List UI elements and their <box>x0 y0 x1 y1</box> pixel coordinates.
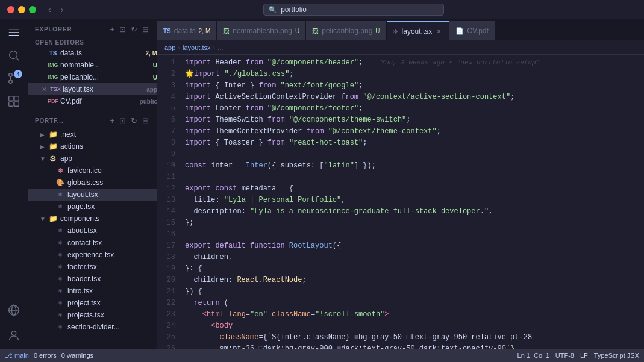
tree-section-divider[interactable]: ⚛ section-divider... <box>28 321 157 333</box>
tab-cv[interactable]: 📄 CV.pdf <box>449 21 495 40</box>
tree-components[interactable]: ▼ 📁 components <box>28 213 157 225</box>
file-name: nommable... <box>60 61 151 69</box>
breadcrumb-ellipsis: ... <box>217 44 223 51</box>
folder-icon: 📁 <box>48 142 58 151</box>
close-button[interactable] <box>7 6 14 13</box>
forward-button[interactable]: › <box>58 4 66 16</box>
tree-contact[interactable]: ⚛ contact.tsx <box>28 237 157 249</box>
tab-filename: data.ts <box>174 27 196 35</box>
activity-remote[interactable] <box>3 299 25 321</box>
blame-inline: You, 3 weeks ago • "new portfolio setup" <box>381 57 540 69</box>
tab-filename: pelicanblog.png <box>322 27 372 35</box>
tab-data-ts[interactable]: TS data.ts 2, M <box>157 21 217 40</box>
file-name: CV.pdf <box>60 97 137 105</box>
encoding[interactable]: UTF-8 <box>555 352 574 359</box>
tsx-icon8: ⚛ <box>55 274 65 284</box>
tree-header[interactable]: ⚛ header.tsx <box>28 273 157 285</box>
ico-icon: ❄ <box>55 166 65 175</box>
file-name: layout.tsx <box>63 85 144 93</box>
tsx-icon5: ⚛ <box>55 238 65 248</box>
warnings[interactable]: 0 warnings <box>61 352 93 359</box>
new-folder-button[interactable]: ⊡ <box>118 24 127 34</box>
refresh-btn2[interactable]: ↻ <box>130 116 139 126</box>
tsx-icon10: ⚛ <box>55 298 65 308</box>
tab-layout[interactable]: ⚛ layout.tsx ✕ <box>387 21 450 40</box>
tab-close-button[interactable]: ✕ <box>435 27 443 36</box>
tree-next[interactable]: ▶ 📁 .next <box>28 128 157 140</box>
search-bar[interactable]: 🔍 <box>263 4 444 16</box>
code-line: return ( <box>185 298 644 309</box>
tab-pelican[interactable]: 🖼 pelicanblog.png U <box>306 21 386 40</box>
errors[interactable]: 0 errors <box>34 352 57 359</box>
language-mode[interactable]: TypeScript JSX <box>594 352 639 359</box>
sidebar: Explorer + ⊡ ↻ ⊟ Open Editors TS data.ts… <box>28 19 157 349</box>
file-name: experience.tsx <box>67 251 157 259</box>
folder-icon2: 📁 <box>48 214 58 223</box>
tree-page[interactable]: ⚛ page.tsx <box>28 201 157 213</box>
tree-globals[interactable]: 🎨 globals.css <box>28 176 157 189</box>
collapse-button[interactable]: ⊟ <box>141 24 150 34</box>
minimize-button[interactable] <box>18 6 25 13</box>
git-branch[interactable]: ⎇ main <box>5 352 29 360</box>
tab-ext: 🖼 <box>223 27 230 34</box>
open-editor-data-ts[interactable]: TS data.ts 2, M <box>28 47 157 59</box>
code-line: sm:pt-36 □dark:bg-gray-900 ■dark:text-gr… <box>185 343 644 349</box>
breadcrumb: app › layout.tsx › ... <box>157 40 644 55</box>
title-bar: ‹ › 🔍 <box>0 0 644 19</box>
open-editors-label: Open Editors <box>28 37 157 47</box>
code-line <box>185 229 644 240</box>
close-editor-button[interactable]: ✕ <box>40 85 48 93</box>
svg-point-0 <box>10 51 17 59</box>
cursor-position[interactable]: Ln 1, Col 1 <box>517 352 549 359</box>
code-line: export const metadata = { <box>185 183 644 195</box>
tree-projects[interactable]: ⚛ projects.tsx <box>28 309 157 321</box>
portfolio-label: PORTF... <box>35 117 64 124</box>
tree-actions[interactable]: ▶ 📁 actions <box>28 140 157 152</box>
open-editor-layout[interactable]: ✕ TSX layout.tsx app <box>28 83 157 95</box>
tsx-icon4: ⚛ <box>55 226 65 236</box>
new-folder-btn2[interactable]: ⊡ <box>118 116 127 126</box>
maximize-button[interactable] <box>29 6 36 13</box>
search-input[interactable] <box>281 5 401 14</box>
activity-search[interactable] <box>3 45 25 66</box>
status-left: ⎇ main 0 errors 0 warnings <box>5 352 93 360</box>
activity-explorer[interactable] <box>3 22 25 43</box>
file-badge: U <box>153 74 157 81</box>
file-name: projects.tsx <box>67 311 157 319</box>
tab-ext: ⚛ <box>393 28 399 36</box>
new-file-btn2[interactable]: + <box>108 116 116 126</box>
tree-app[interactable]: ▼ ⚙ app <box>28 152 157 164</box>
tab-filename: CV.pdf <box>467 27 489 35</box>
tree-about[interactable]: ⚛ about.tsx <box>28 225 157 237</box>
line-numbers: 123456 789101112 131415161718 1920212223… <box>157 55 180 349</box>
open-editor-nommable[interactable]: IMG nommable... U <box>28 59 157 71</box>
back-button[interactable]: ‹ <box>46 4 54 16</box>
code-content[interactable]: import Header from "@/components/header"… <box>180 55 644 349</box>
code-editor[interactable]: 123456 789101112 131415161718 1920212223… <box>157 55 644 349</box>
code-line: const inter = Inter({ subsets: ["latin"]… <box>185 160 644 172</box>
tree-layout[interactable]: ⚛ layout.tsx <box>28 189 157 201</box>
sidebar-title: Explorer <box>35 26 72 33</box>
open-editor-cv[interactable]: PDF CV.pdf public <box>28 95 157 107</box>
activity-source-control[interactable]: 4 <box>3 67 25 89</box>
tab-nommable[interactable]: 🖼 nommableshp.png U <box>217 21 306 40</box>
tree-footer[interactable]: ⚛ footer.tsx <box>28 261 157 273</box>
tree-favicon[interactable]: ❄ favicon.ico <box>28 164 157 176</box>
breadcrumb-app[interactable]: app <box>164 44 175 51</box>
editor-area: TS data.ts 2, M 🖼 nommableshp.png U 🖼 pe… <box>157 19 644 349</box>
line-ending[interactable]: LF <box>580 352 588 359</box>
new-file-button[interactable]: + <box>108 24 116 34</box>
collapse-btn2[interactable]: ⊟ <box>141 116 150 126</box>
tree-project[interactable]: ⚛ project.tsx <box>28 297 157 309</box>
file-name: globals.css <box>67 178 157 187</box>
activity-extensions[interactable] <box>3 90 25 112</box>
activity-account[interactable] <box>3 325 25 346</box>
breadcrumb-layout[interactable]: layout.tsx <box>183 44 210 51</box>
tree-intro[interactable]: ⚛ intro.tsx <box>28 285 157 297</box>
file-name: section-divider... <box>67 323 157 331</box>
tree-experience[interactable]: ⚛ experience.tsx <box>28 249 157 261</box>
open-editor-pelican[interactable]: IMG pelicanblo... U <box>28 71 157 83</box>
tsx-icon12: ⚛ <box>55 322 65 332</box>
refresh-button[interactable]: ↻ <box>130 24 139 34</box>
code-line <box>185 172 644 183</box>
